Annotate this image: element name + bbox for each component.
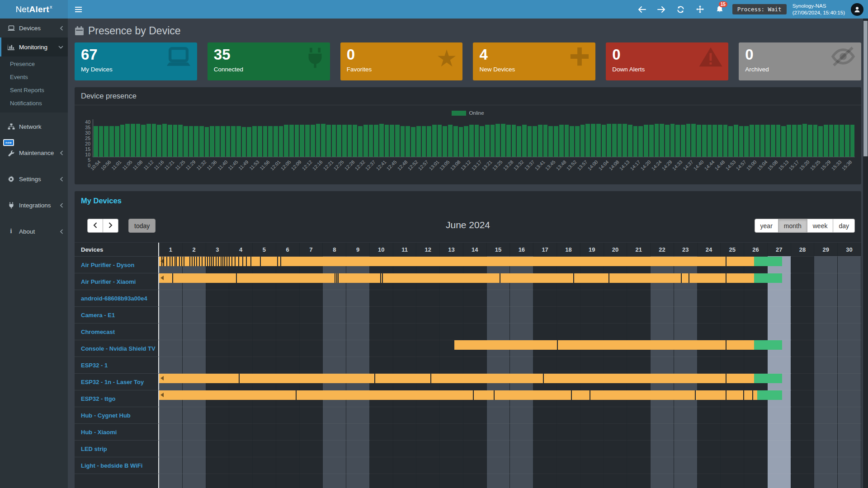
day-cell[interactable] (674, 423, 698, 440)
day-cell[interactable] (580, 474, 604, 488)
day-cell[interactable] (533, 423, 557, 440)
day-cell[interactable] (463, 440, 487, 457)
day-cell[interactable] (698, 290, 721, 306)
day-cell[interactable] (791, 407, 815, 423)
day-cell[interactable] (440, 440, 463, 457)
day-cell[interactable] (533, 323, 557, 340)
day-cell[interactable] (487, 440, 510, 457)
day-cell[interactable] (674, 440, 698, 457)
day-cell[interactable] (510, 407, 533, 423)
day-cell[interactable] (159, 457, 183, 474)
day-cell[interactable] (580, 290, 604, 306)
day-cell[interactable] (487, 306, 510, 323)
day-cell[interactable] (814, 407, 838, 423)
day-cell[interactable] (159, 474, 183, 488)
day-cell[interactable] (206, 423, 230, 440)
day-cell[interactable] (393, 306, 417, 323)
day-cell[interactable] (463, 474, 487, 488)
day-cell[interactable] (416, 290, 440, 306)
device-link[interactable]: ESP32 - ttgo (81, 395, 116, 402)
nav-forward-button[interactable] (655, 0, 668, 19)
day-cell[interactable] (463, 290, 487, 306)
day-cell[interactable] (346, 407, 370, 423)
sidebar-item-devices[interactable]: Devices (0, 19, 68, 38)
day-cell[interactable] (533, 306, 557, 323)
today-day-cell[interactable] (768, 423, 791, 440)
day-cell[interactable] (253, 440, 276, 457)
day-cell[interactable] (346, 357, 370, 373)
day-cell[interactable] (300, 357, 323, 373)
day-cell[interactable] (300, 457, 323, 474)
day-cell[interactable] (744, 357, 768, 373)
sidebar-item-settings[interactable]: Settings (0, 169, 68, 188)
day-cell[interactable] (276, 306, 300, 323)
sidebar-toggle-button[interactable] (68, 0, 89, 19)
day-cell[interactable] (276, 340, 300, 357)
day-cell[interactable] (814, 457, 838, 474)
day-cell[interactable] (440, 457, 463, 474)
day-cell[interactable] (698, 423, 721, 440)
day-cell[interactable] (744, 440, 768, 457)
today-day-cell[interactable] (768, 457, 791, 474)
day-cell[interactable] (533, 357, 557, 373)
day-cell[interactable] (253, 306, 276, 323)
day-cell[interactable] (698, 457, 721, 474)
day-cell[interactable] (721, 407, 744, 423)
day-cell[interactable] (300, 290, 323, 306)
day-cell[interactable] (651, 323, 674, 340)
sidebar-item-about[interactable]: i About (0, 222, 68, 241)
day-cell[interactable] (346, 306, 370, 323)
day-cell[interactable] (604, 323, 627, 340)
day-cell[interactable] (253, 423, 276, 440)
day-cell[interactable] (580, 306, 604, 323)
day-cell[interactable] (393, 407, 417, 423)
day-cell[interactable] (510, 457, 533, 474)
day-cell[interactable] (698, 474, 721, 488)
day-cell[interactable] (651, 290, 674, 306)
day-cell[interactable] (604, 457, 627, 474)
view-week-button[interactable]: week (807, 219, 834, 233)
day-cell[interactable] (440, 357, 463, 373)
day-cell[interactable] (533, 440, 557, 457)
day-cell[interactable] (370, 323, 393, 340)
card-my-devices[interactable]: 67 My Devices (75, 42, 197, 80)
day-cell[interactable] (440, 474, 463, 488)
sidebar-item-maintenance[interactable]: new Maintenance (0, 143, 68, 162)
day-cell[interactable] (627, 423, 651, 440)
day-cell[interactable] (604, 423, 627, 440)
day-cell[interactable] (651, 440, 674, 457)
day-cell[interactable] (604, 306, 627, 323)
device-link[interactable]: ESP32 - 1n - Laser Toy (81, 379, 144, 385)
day-cell[interactable] (580, 457, 604, 474)
day-cell[interactable] (159, 407, 183, 423)
sidebar-subitem-events[interactable]: Events (0, 70, 68, 84)
notifications-button[interactable]: 15 (713, 0, 726, 19)
day-cell[interactable] (300, 340, 323, 357)
presence-bar[interactable] (159, 273, 782, 283)
day-cell[interactable] (651, 423, 674, 440)
day-cell[interactable] (276, 407, 300, 423)
day-cell[interactable] (533, 290, 557, 306)
day-cell[interactable] (674, 357, 698, 373)
day-cell[interactable] (674, 323, 698, 340)
day-cell[interactable] (791, 256, 815, 273)
day-cell[interactable] (416, 340, 440, 357)
day-cell[interactable] (744, 457, 768, 474)
day-cell[interactable] (416, 323, 440, 340)
day-cell[interactable] (393, 440, 417, 457)
day-cell[interactable] (393, 457, 417, 474)
day-cell[interactable] (557, 290, 580, 306)
day-cell[interactable] (229, 407, 253, 423)
day-cell[interactable] (674, 306, 698, 323)
day-cell[interactable] (744, 423, 768, 440)
day-cell[interactable] (721, 306, 744, 323)
app-logo[interactable]: NetAlertx (0, 0, 68, 19)
day-cell[interactable] (346, 474, 370, 488)
day-cell[interactable] (159, 340, 183, 357)
vertical-scrollbar[interactable] (863, 19, 868, 488)
day-cell[interactable] (791, 423, 815, 440)
day-cell[interactable] (300, 440, 323, 457)
day-cell[interactable] (838, 373, 861, 390)
day-cell[interactable] (370, 423, 393, 440)
day-cell[interactable] (253, 340, 276, 357)
